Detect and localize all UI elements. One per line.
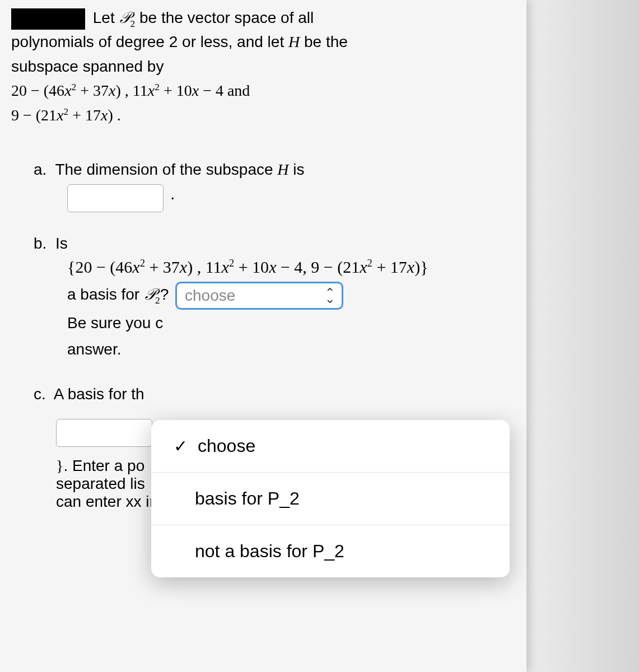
sp5: + 17 <box>372 258 407 276</box>
poly1d: + 10 <box>160 82 192 99</box>
part-b: b. Is {20 − (46x2 + 37x) , 11x2 + 10x − … <box>34 235 515 363</box>
part-b-text3b: ? <box>160 286 173 303</box>
intro-text-1b: be the vector space of all <box>135 9 314 26</box>
x: x <box>57 106 63 124</box>
chevron-updown-icon: ⌃⌄ <box>325 290 335 302</box>
sq: 2 <box>72 82 77 92</box>
dimension-input[interactable] <box>67 184 164 212</box>
sp4: − 4, 9 − (21 <box>276 258 360 276</box>
sp1: + 37 <box>145 258 180 276</box>
hint-line2: answer. <box>67 336 515 363</box>
x: x <box>360 258 367 276</box>
opt3-label: not a basis for P_2 <box>195 541 344 562</box>
part-b-sub: {20 − (46x2 + 37x) , 11x2 + 10x − 4, 9 −… <box>34 253 515 363</box>
x: x <box>222 258 229 276</box>
calP: 𝒫 <box>119 9 130 26</box>
select-dropdown: ✓ choose basis for P_2 not a basis for P… <box>151 420 510 577</box>
redacted-block <box>11 8 85 30</box>
part-b-text1: Is <box>55 235 68 252</box>
dropdown-option-choose[interactable]: ✓ choose <box>151 420 510 472</box>
pc-t2b: separated lis <box>56 475 145 492</box>
sub2: 2 <box>155 295 160 306</box>
poly1b: + 37 <box>76 82 109 99</box>
x: x <box>64 82 71 99</box>
x: x <box>192 82 199 99</box>
period: . <box>170 184 175 203</box>
x: x <box>148 82 155 99</box>
part-b-text3a: a basis for <box>67 286 144 303</box>
basis-select[interactable]: choose ⌃⌄ <box>175 282 343 310</box>
opt2-label: basis for P_2 <box>195 488 300 509</box>
part-a-text2: is <box>289 161 305 178</box>
poly2c: ) . <box>108 106 120 124</box>
poly2a: 9 − (21 <box>11 106 57 124</box>
select-value: choose <box>185 282 235 309</box>
intro-text-1: Let <box>88 9 119 26</box>
x: x <box>269 258 276 276</box>
brace: } <box>56 457 63 474</box>
sp3: + 10 <box>234 258 269 276</box>
intro-text-2b: be the <box>300 33 348 50</box>
poly1c: ) , 11 <box>115 82 147 99</box>
sub2: 2 <box>130 18 135 29</box>
set-open: {20 − (46 <box>67 258 132 276</box>
x: x <box>109 82 115 99</box>
set-close: )} <box>414 258 428 276</box>
intro-text-3: subspace spanned by <box>11 58 164 75</box>
check-icon: ✓ <box>174 436 188 456</box>
part-a-text1: The dimension of the subspace <box>55 161 277 178</box>
sq: 2 <box>140 257 145 269</box>
sp2: ) , 11 <box>187 258 221 276</box>
poly2b: + 17 <box>68 106 101 124</box>
basis-input[interactable] <box>56 419 152 447</box>
sq: 2 <box>64 106 69 116</box>
part-a: a. The dimension of the subspace H is . <box>34 161 515 212</box>
pc-t2a: . Enter a po <box>63 457 144 474</box>
dropdown-option-not-basis[interactable]: not a basis for P_2 <box>151 525 510 577</box>
poly1a: 20 − (46 <box>11 82 64 99</box>
sq: 2 <box>367 257 372 269</box>
x: x <box>180 258 187 276</box>
poly1e: − 4 and <box>199 82 250 99</box>
dropdown-option-basis[interactable]: basis for P_2 <box>151 472 510 525</box>
basis-line: a basis for 𝒫2? choose ⌃⌄ <box>67 281 515 310</box>
part-a-label: a. <box>34 161 46 178</box>
part-c-text1: A basis for th <box>54 385 144 403</box>
sq: 2 <box>155 82 160 92</box>
x: x <box>407 258 414 276</box>
var-H: H <box>277 161 288 178</box>
calP: 𝒫 <box>144 286 155 303</box>
hint-line1: Be sure you c <box>67 310 515 337</box>
sq: 2 <box>229 257 234 269</box>
var-H: H <box>288 33 300 50</box>
problem-intro: Let 𝒫2 be the vector space of all polyno… <box>11 6 515 127</box>
opt1-label: choose <box>198 436 255 456</box>
intro-text-2: polynomials of degree 2 or less, and let <box>11 33 288 50</box>
x: x <box>101 106 108 124</box>
x: x <box>132 258 139 276</box>
part-b-label: b. <box>34 235 46 252</box>
set-line: {20 − (46x2 + 37x) , 11x2 + 10x − 4, 9 −… <box>67 253 515 281</box>
part-c-label: c. <box>34 385 46 403</box>
